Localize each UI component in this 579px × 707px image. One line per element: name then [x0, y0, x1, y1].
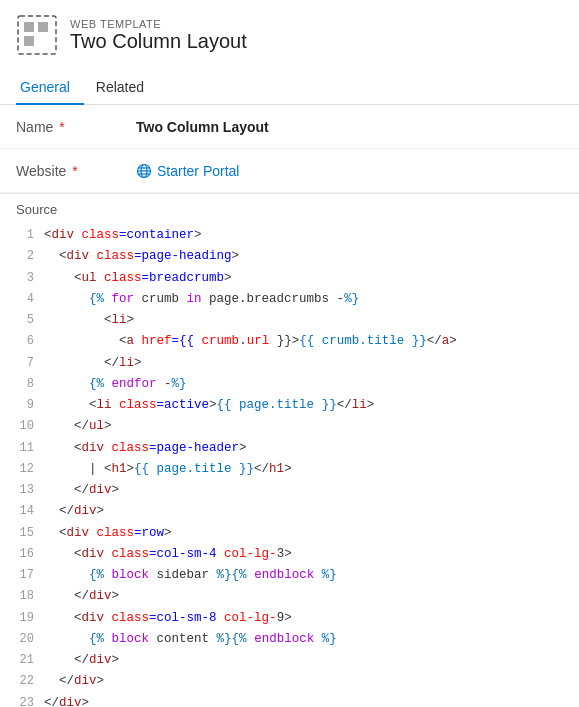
line-number: 4 [16, 289, 44, 309]
line-number: 1 [16, 225, 44, 245]
line-number: 20 [16, 629, 44, 649]
line-number: 11 [16, 438, 44, 458]
code-text: </ul> [44, 416, 112, 437]
line-number: 18 [16, 586, 44, 606]
line-number: 13 [16, 480, 44, 500]
line-number: 3 [16, 268, 44, 288]
code-text: </div> [44, 671, 104, 692]
line-number: 23 [16, 693, 44, 708]
code-line: 1<div class=container> [16, 225, 579, 246]
required-star-website: * [68, 163, 77, 179]
code-line: 6 <a href={{ crumb.url }}>{{ crumb.title… [16, 331, 579, 352]
code-line: 21 </div> [16, 650, 579, 671]
code-line: 22 </div> [16, 671, 579, 692]
code-text: <ul class=breadcrumb> [44, 268, 232, 289]
line-number: 22 [16, 671, 44, 691]
line-number: 10 [16, 416, 44, 436]
line-number: 17 [16, 565, 44, 585]
name-label: Name * [16, 119, 136, 135]
line-number: 9 [16, 395, 44, 415]
tab-related[interactable]: Related [92, 71, 158, 105]
code-line: 20 {% block content %}{% endblock %} [16, 629, 579, 650]
line-number: 8 [16, 374, 44, 394]
code-line: 8 {% endfor -%} [16, 374, 579, 395]
code-text: <li class=active>{{ page.title }}</li> [44, 395, 374, 416]
required-star-name: * [55, 119, 64, 135]
line-number: 19 [16, 608, 44, 628]
code-text: <div class=page-heading> [44, 246, 239, 267]
page-header: WEB TEMPLATE Two Column Layout [0, 0, 579, 66]
code-text: {% for crumb in page.breadcrumbs -%} [44, 289, 359, 310]
line-number: 14 [16, 501, 44, 521]
code-line: 17 {% block sidebar %}{% endblock %} [16, 565, 579, 586]
code-line: 9 <li class=active>{{ page.title }}</li> [16, 395, 579, 416]
code-line: 7 </li> [16, 353, 579, 374]
code-text: </div> [44, 501, 104, 522]
code-text: {% block sidebar %}{% endblock %} [44, 565, 337, 586]
code-text: <a href={{ crumb.url }}>{{ crumb.title }… [44, 331, 457, 352]
source-code: 1<div class=container>2 <div class=page-… [0, 221, 579, 707]
website-row: Website * Starter Portal [0, 149, 579, 193]
svg-rect-1 [24, 22, 34, 32]
line-number: 12 [16, 459, 44, 479]
code-line: 23</div> [16, 693, 579, 708]
code-text: <div class=col-sm-4 col-lg-3> [44, 544, 292, 565]
code-text: {% block content %}{% endblock %} [44, 629, 337, 650]
svg-rect-0 [18, 16, 56, 54]
form-section: Name * Two Column Layout Website * Start… [0, 105, 579, 194]
code-text: <div class=col-sm-8 col-lg-9> [44, 608, 292, 629]
line-number: 16 [16, 544, 44, 564]
code-text: </div> [44, 693, 89, 708]
header-text-group: WEB TEMPLATE Two Column Layout [70, 18, 247, 53]
line-number: 2 [16, 246, 44, 266]
code-line: 16 <div class=col-sm-4 col-lg-3> [16, 544, 579, 565]
globe-icon [136, 163, 152, 179]
line-number: 7 [16, 353, 44, 373]
website-label: Website * [16, 163, 136, 179]
source-label: Source [0, 194, 579, 221]
code-text: {% endfor -%} [44, 374, 187, 395]
code-text: </li> [44, 353, 142, 374]
line-number: 5 [16, 310, 44, 330]
code-line: 3 <ul class=breadcrumb> [16, 268, 579, 289]
code-line: 19 <div class=col-sm-8 col-lg-9> [16, 608, 579, 629]
code-line: 4 {% for crumb in page.breadcrumbs -%} [16, 289, 579, 310]
code-line: 11 <div class=page-header> [16, 438, 579, 459]
line-number: 15 [16, 523, 44, 543]
code-line: 10 </ul> [16, 416, 579, 437]
code-line: 12 | <h1>{{ page.title }}</h1> [16, 459, 579, 480]
code-line: 14 </div> [16, 501, 579, 522]
tabs-bar: General Related [0, 70, 579, 105]
tab-general[interactable]: General [16, 71, 84, 105]
name-value: Two Column Layout [136, 119, 269, 135]
svg-rect-2 [24, 36, 34, 46]
code-line: 2 <div class=page-heading> [16, 246, 579, 267]
code-text: </div> [44, 650, 119, 671]
template-icon [16, 14, 58, 56]
svg-rect-3 [38, 22, 48, 32]
website-value[interactable]: Starter Portal [136, 163, 239, 179]
code-line: 13 </div> [16, 480, 579, 501]
line-number: 21 [16, 650, 44, 670]
header-title: Two Column Layout [70, 30, 247, 53]
name-row: Name * Two Column Layout [0, 105, 579, 149]
line-number: 6 [16, 331, 44, 351]
code-line: 18 </div> [16, 586, 579, 607]
header-subtitle: WEB TEMPLATE [70, 18, 247, 30]
code-line: 5 <li> [16, 310, 579, 331]
code-text: </div> [44, 480, 119, 501]
code-text: <li> [44, 310, 134, 331]
code-text: <div class=container> [44, 225, 202, 246]
code-text: <div class=row> [44, 523, 172, 544]
code-text: </div> [44, 586, 119, 607]
code-line: 15 <div class=row> [16, 523, 579, 544]
code-text: <div class=page-header> [44, 438, 247, 459]
code-text: | <h1>{{ page.title }}</h1> [44, 459, 292, 480]
